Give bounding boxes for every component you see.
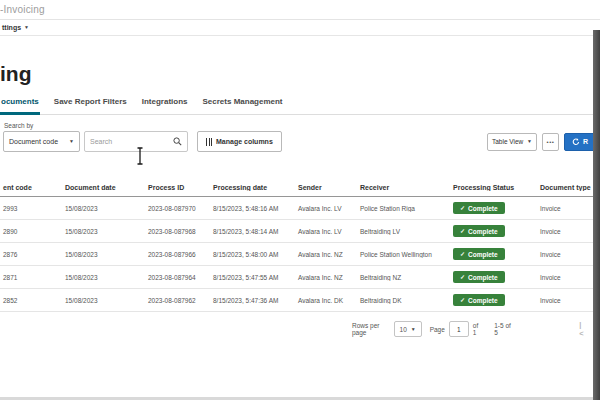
cell-processing-date: 8/15/2023, 5:48:00 AM [210,251,295,258]
cell-document-type: Invoice [537,205,600,212]
chevron-down-icon: ▼ [69,139,74,144]
tab-bar: ocuments Save Report Filters Integration… [0,97,600,115]
table-body: 2993 15/08/2023 2023-08-087970 8/15/2023… [0,197,600,312]
column-header-sender[interactable]: Sender [295,184,357,191]
cell-processing-date: 8/15/2023, 5:47:36 AM [210,297,295,304]
pagination-bar: Rows per page 10 ▼ Page of 1 1-5 of 5 |<… [0,320,600,338]
status-label: Complete [468,297,498,304]
cell-sender: Avalara Inc. LV [295,205,357,212]
refresh-icon [572,138,580,146]
columns-icon [206,138,212,146]
cell-sender: Avalara Inc. NZ [295,274,357,281]
page-range-label: 1-5 of 5 [494,322,513,336]
column-header-document-type[interactable]: Document type [537,184,600,191]
cell-document-date: 15/08/2023 [62,297,145,304]
cell-document-type: Invoice [537,251,600,258]
cell-sender: Avalara Inc. DK [295,297,357,304]
cell-processing-date: 8/15/2023, 5:48:16 AM [210,205,295,212]
view-controls: Table View ▼ ••• R [487,133,600,151]
column-header-document-date[interactable]: Document date [62,184,145,191]
rows-per-page-value: 10 [400,326,407,333]
column-header-document-code[interactable]: ent code [0,184,62,191]
status-badge: ✓ Complete [453,248,505,260]
table-header-row: ent code Document date Process ID Proces… [0,179,600,197]
cell-process-id: 2023-08-087964 [145,274,210,281]
page-number-input[interactable] [449,321,469,337]
refresh-label: R [583,138,588,145]
cell-document-type: Invoice [537,274,600,281]
toolbar: Document code ▼ Search Manage columns Ta… [0,131,600,152]
status-badge: ✓ Complete [453,225,505,237]
table-row[interactable]: 2890 15/08/2023 2023-08-087968 8/15/2023… [0,220,600,243]
chevron-down-icon: ▼ [411,327,416,332]
tab-secrets-management[interactable]: Secrets Management [202,97,284,114]
search-field-dropdown[interactable]: Document code ▼ [3,131,80,152]
column-header-processing-status[interactable]: Processing Status [450,184,537,191]
cell-receiver: Police Station Riga [357,205,450,212]
page-of-label: of 1 [473,322,482,336]
settings-bar: ttings ▼ [0,20,600,36]
table-view-value: Table View [492,138,523,145]
check-icon: ✓ [460,251,465,257]
status-badge: ✓ Complete [453,271,505,283]
cell-document-code: 2993 [0,205,62,212]
chevron-down-icon: ▼ [527,139,532,144]
cell-document-code: 2852 [0,297,62,304]
cell-process-id: 2023-08-087968 [145,228,210,235]
search-field-value: Document code [9,138,58,145]
cell-processing-status: ✓ Complete [450,202,537,214]
tab-integrations[interactable]: Integrations [141,97,189,114]
cell-process-id: 2023-08-087966 [145,251,210,258]
cell-document-date: 15/08/2023 [62,274,145,281]
column-header-process-id[interactable]: Process ID [145,184,210,191]
table-view-dropdown[interactable]: Table View ▼ [487,133,537,151]
cell-processing-status: ✓ Complete [450,294,537,306]
cell-processing-date: 8/15/2023, 5:47:55 AM [210,274,295,281]
cell-document-date: 15/08/2023 [62,228,145,235]
status-label: Complete [468,274,498,281]
check-icon: ✓ [460,205,465,211]
table-row[interactable]: 2852 15/08/2023 2023-08-087962 8/15/2023… [0,289,600,312]
check-icon: ✓ [460,274,465,280]
check-icon: ✓ [460,228,465,234]
documents-table: ent code Document date Process ID Proces… [0,179,600,312]
search-icon [173,137,182,146]
column-header-receiver[interactable]: Receiver [357,184,450,191]
status-label: Complete [468,205,498,212]
cell-sender: Avalara Inc. NZ [295,251,357,258]
cell-document-code: 2876 [0,251,62,258]
cell-process-id: 2023-08-087970 [145,205,210,212]
search-placeholder: Search [90,138,112,145]
cell-process-id: 2023-08-087962 [145,297,210,304]
table-row[interactable]: 2871 15/08/2023 2023-08-087964 8/15/2023… [0,266,600,289]
cell-document-code: 2871 [0,274,62,281]
manage-columns-label: Manage columns [216,138,273,145]
cell-document-code: 2890 [0,228,62,235]
text-cursor-pointer [136,147,144,165]
table-row[interactable]: 2876 15/08/2023 2023-08-087966 8/15/2023… [0,243,600,266]
chevron-down-icon: ▼ [24,25,29,30]
page-title: ing [0,62,600,85]
cell-sender: Avalara Inc. LV [295,228,357,235]
page-label: Page [430,326,445,333]
cell-receiver: Beltraiding NZ [357,274,450,281]
cell-document-type: Invoice [537,228,600,235]
cell-processing-status: ✓ Complete [450,248,537,260]
first-page-icon[interactable]: |< [579,320,583,338]
table-row[interactable]: 2993 15/08/2023 2023-08-087970 8/15/2023… [0,197,600,220]
cell-processing-status: ✓ Complete [450,271,537,283]
column-header-processing-date[interactable]: Processing date [210,184,295,191]
check-icon: ✓ [460,297,465,303]
app-header: -Invoicing [0,0,600,20]
search-by-label: Search by [4,122,600,129]
cell-receiver: Beltraiding LV [357,228,450,235]
manage-columns-button[interactable]: Manage columns [197,131,282,152]
settings-menu[interactable]: ttings ▼ [2,24,29,31]
status-label: Complete [468,251,498,258]
more-options-button[interactable]: ••• [542,133,559,151]
rows-per-page-dropdown[interactable]: 10 ▼ [394,321,422,337]
tab-documents[interactable]: ocuments [0,97,40,115]
settings-label: ttings [2,24,21,31]
tab-save-report-filters[interactable]: Save Report Filters [53,97,128,114]
cell-document-date: 15/08/2023 [62,205,145,212]
